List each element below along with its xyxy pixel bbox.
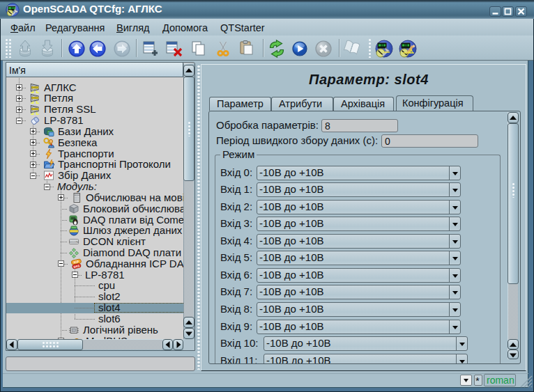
svg-text:DCON: DCON bbox=[70, 240, 79, 244]
svg-text:DAS: DAS bbox=[73, 264, 80, 269]
